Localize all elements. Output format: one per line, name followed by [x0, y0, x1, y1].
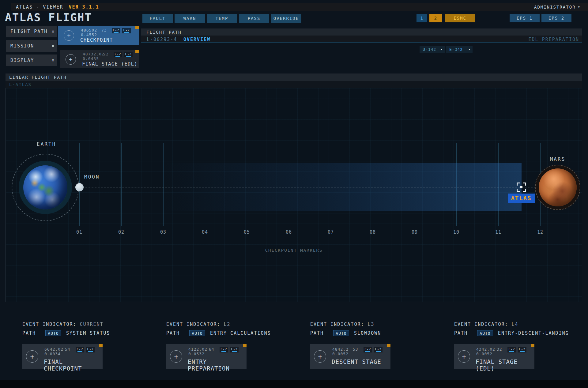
auto-toggle[interactable]: AUTO	[189, 330, 205, 336]
sidebar-item-label: MISSION	[6, 40, 49, 52]
card-count: 73	[101, 28, 107, 32]
status-button-warn[interactable]: WARN	[175, 14, 205, 23]
dropdown-value: E-342	[449, 47, 463, 52]
status-button-override[interactable]: OVERRIDE	[271, 14, 301, 23]
mars-planet	[539, 168, 577, 206]
card-title: DESCENT STAGE	[332, 358, 381, 365]
card-corner-marker	[99, 344, 103, 347]
status-button-temp[interactable]: TEMP	[207, 14, 237, 23]
eps-1-button[interactable]: EPS 1	[510, 14, 540, 22]
checkpoint-card[interactable]: + 48732.02 22 0.0435 FINAL STAGE (EDL) C…	[60, 50, 139, 68]
chevron-down-icon: ▼	[469, 48, 470, 51]
card-title: ENTRY PREPARATION	[188, 358, 247, 372]
event-indicator-heading: EVENT INDICATOR: L2	[166, 322, 231, 327]
badge-l2[interactable]: L-2	[124, 52, 133, 57]
tick-label: 08	[367, 229, 379, 235]
checkpoint-card-selected[interactable]: + 486502 73 0.4552 CHECKPOINT C-2 L-2	[58, 26, 139, 45]
card-count: 22	[103, 52, 109, 56]
chart-caption: CHECKPOINT MARKERS	[6, 248, 582, 253]
card-value: 6642.02	[44, 347, 63, 352]
badge-c2[interactable]: C-2	[220, 347, 228, 352]
card-corner-marker	[135, 26, 139, 29]
event-path-row: PATH AUTO SLOWDOWN	[310, 330, 381, 337]
path-label: PATH	[166, 330, 189, 336]
sidebar-item-mission[interactable]: MISSION ×	[6, 40, 57, 52]
mode-button-2[interactable]: 2	[429, 14, 442, 22]
card-value: 4342.02	[476, 347, 495, 352]
sidebar-item-label: FLIGHT PATH	[6, 26, 49, 37]
badge-l2[interactable]: L-2	[86, 347, 95, 352]
moon-marker	[75, 183, 84, 191]
event-card-descent-stage[interactable]: + 4842.2 53 0.0052 DESCENT STAGE C-2 L-2	[310, 344, 390, 369]
status-button-fault[interactable]: FAULT	[142, 14, 173, 23]
dropdown-e342[interactable]: E-342 ▼	[446, 46, 473, 53]
mode-button-esmc[interactable]: ESMC	[445, 14, 475, 22]
badge-c2[interactable]: C-2	[76, 347, 84, 352]
tab-overview[interactable]: OVERVIEW	[183, 37, 210, 42]
card-corner-marker	[243, 344, 247, 347]
add-icon[interactable]: +	[458, 350, 470, 363]
card-badges: C-2 L-2	[112, 28, 131, 33]
add-icon[interactable]: +	[26, 350, 38, 363]
tick-label: 09	[409, 229, 421, 235]
add-icon[interactable]: +	[64, 30, 74, 41]
sidebar-item-flight-path[interactable]: FLIGHT PATH ×	[6, 26, 57, 37]
badge-l2[interactable]: L-2	[230, 347, 239, 352]
badge-c2[interactable]: C-2	[112, 28, 120, 33]
page-title: ATLAS FLIGHT	[5, 11, 92, 24]
dropdown-u142[interactable]: U-142 ▼	[420, 46, 445, 53]
linear-flight-path-chart: EARTH MOON MARS ATLAS 01 02 03 04 05 06 …	[6, 88, 582, 302]
crosshair-corner	[517, 183, 520, 186]
card-title: FINAL CHECKPOINT	[44, 358, 103, 372]
card-value: 486502	[81, 28, 97, 32]
user-menu[interactable]: ADMINISTRATOR ▼	[534, 5, 580, 9]
event-path-row: PATH AUTO ENTRY CALCULATIONS	[166, 330, 271, 337]
badge-l2[interactable]: L-2	[518, 347, 526, 352]
badge-c2[interactable]: C-2	[507, 347, 516, 352]
auto-toggle[interactable]: AUTO	[45, 330, 61, 336]
card-value: 4842.2	[332, 347, 349, 352]
badge-l2[interactable]: L-2	[122, 28, 131, 33]
badge-c2[interactable]: C-2	[364, 347, 372, 352]
add-icon[interactable]: +	[66, 54, 76, 65]
eps-2-button[interactable]: EPS 2	[541, 14, 571, 22]
event-indicator-label: EVENT INDICATOR:	[454, 322, 508, 327]
event-card-entry-preparation[interactable]: + 4122.02 64 0.0532 ENTRY PREPARATION C-…	[166, 344, 247, 369]
path-label: PATH	[310, 330, 333, 336]
event-card-final-checkpoint[interactable]: + 6642.02 54 0.0034 FINAL CHECKPOINT C-2…	[22, 344, 103, 369]
event-card-final-stage[interactable]: + 4342.02 32 0.0052 FINAL STAGE (EDL) C-…	[454, 344, 534, 369]
auto-toggle[interactable]: AUTO	[333, 330, 349, 336]
chart-subtitle: L-ATLAS	[9, 82, 32, 87]
close-icon[interactable]: ×	[49, 26, 57, 37]
crosshair-corner	[517, 189, 520, 192]
close-icon[interactable]: ×	[49, 40, 57, 52]
moon-label: MOON	[84, 174, 100, 180]
close-icon[interactable]: ×	[49, 55, 57, 66]
title-bar: ATLAS - VIEWER VER 3.1.1 ADMINISTRATOR ▼	[11, 3, 588, 11]
event-indicator-label: EVENT INDICATOR:	[22, 322, 77, 327]
tick-label: 04	[199, 229, 211, 235]
card-badges: C-2 L-2	[364, 347, 383, 352]
auto-toggle[interactable]: AUTO	[477, 330, 493, 336]
add-icon[interactable]: +	[314, 350, 326, 363]
event-indicator-value: L4	[512, 322, 518, 327]
card-ratio: 0.4552	[81, 32, 97, 37]
sidebar-item-display[interactable]: DISPLAY ×	[6, 55, 57, 66]
event-indicator-heading: EVENT INDICATOR: L4	[454, 322, 518, 327]
event-status-label: ENTRY-DESCENT-LANDING	[498, 330, 569, 336]
chevron-down-icon: ▼	[578, 6, 580, 9]
user-name: ADMINISTRATOR	[534, 5, 576, 9]
badge-c2[interactable]: C-2	[114, 52, 122, 57]
app-name: ATLAS - VIEWER	[16, 4, 63, 10]
mode-button-1[interactable]: 1	[417, 14, 427, 22]
status-button-pass[interactable]: PASS	[239, 14, 269, 23]
earth-label: EARTH	[37, 141, 56, 147]
atlas-ship-marker[interactable]	[517, 183, 526, 192]
badge-l2[interactable]: L-2	[374, 347, 383, 352]
add-icon[interactable]: +	[170, 350, 182, 363]
crosshair-corner	[523, 189, 526, 192]
tick-label: 11	[492, 229, 504, 235]
tick-label: 12	[534, 229, 546, 235]
event-status-label: ENTRY CALCULATIONS	[210, 330, 271, 336]
flight-path-panel-title: FLIGHT PATH	[146, 30, 182, 35]
